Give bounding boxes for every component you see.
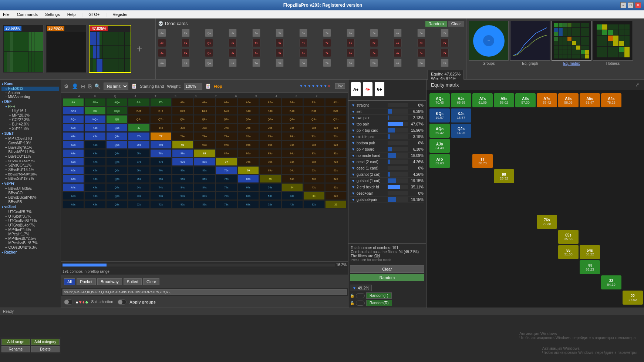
tree-item-bbvsutg3b[interactable]: − BBvsUTG3b/c <box>1 186 59 191</box>
hand-cell[interactable]: 53s <box>259 192 281 200</box>
card-Ks[interactable]: K♠ <box>182 29 190 37</box>
tree-item-fish2013[interactable]: ○ Fish2013 <box>1 87 59 91</box>
hand-cell[interactable]: A2s <box>63 200 84 208</box>
filter-arrow-7[interactable]: ▼ <box>324 84 327 88</box>
hand-cell[interactable]: A7o <box>216 98 237 106</box>
hand-cell[interactable]: Q6o <box>237 115 259 123</box>
matrix-cell[interactable]: 54s38.22 <box>580 245 600 259</box>
tree-item-3bet[interactable]: ● 3BET <box>1 131 59 136</box>
hand-cell[interactable]: A3o <box>303 98 325 106</box>
hand-cell[interactable]: JJ <box>128 124 149 132</box>
hand-cell[interactable]: T5s <box>150 175 172 183</box>
tree-item-mpcallvsbl[interactable]: − MPcallvsBL*8.7% <box>1 241 59 245</box>
tree-item-covsbu4b[interactable]: − COvsBU4B*6.3% <box>1 245 59 249</box>
hand-cell[interactable]: 98o <box>194 141 215 149</box>
hand-cell[interactable]: A7s <box>63 158 84 166</box>
hand-cell[interactable]: 74s <box>216 183 237 191</box>
suited-button[interactable]: Suited <box>124 278 142 285</box>
filter-row[interactable]: ▼two pair2.13% <box>350 115 424 121</box>
tree-item-pfr[interactable]: ● PFR <box>1 104 59 108</box>
tree-item-mmasherdog[interactable]: − MMAsherdog <box>1 95 59 99</box>
eq-graph-panel-btn[interactable]: Eq. graph <box>510 21 550 77</box>
tree-item-co273[interactable]: − CO*27.3% <box>1 117 59 122</box>
card-7s[interactable]: 7♠ <box>323 29 331 37</box>
hand-cell[interactable]: T6s <box>150 166 172 174</box>
hand-cell[interactable]: KK <box>84 107 106 115</box>
card-3h[interactable]: 3♥ <box>417 39 425 47</box>
filter-row[interactable]: ▼top pair47.67% <box>350 121 424 127</box>
tree-item-bbvsbucall[interactable]: − BBvsBUcall*40% <box>1 195 59 200</box>
filter-row[interactable]: ▼pp < board6.38% <box>350 146 424 152</box>
matrix-cell[interactable]: A5s63.47 <box>580 93 600 107</box>
tree-item-mpcall[interactable]: − MPcall*1.7% <box>1 232 59 236</box>
hand-cell[interactable]: 73s <box>216 192 237 200</box>
clear-filter-button[interactable]: Clear <box>143 278 159 285</box>
copy-icon[interactable]: ⎘ <box>88 83 91 89</box>
hand-cell[interactable]: 65o <box>259 166 281 174</box>
hand-cell[interactable]: K4s <box>84 183 106 191</box>
hand-cell[interactable]: Q7s <box>106 158 128 166</box>
matrix-cell[interactable]: A7s57.42 <box>537 93 557 107</box>
hand-cell[interactable]: Q2o <box>325 115 347 123</box>
hand-cell[interactable]: AJo <box>128 98 149 106</box>
hand-cell[interactable]: J5o <box>259 124 281 132</box>
matrix-cell[interactable]: ATo59.63 <box>429 154 450 168</box>
hand-cell[interactable]: K5s <box>84 175 106 183</box>
matrix-cell[interactable]: 2227.52 <box>623 291 643 305</box>
card-Js[interactable]: J♠ <box>229 29 237 37</box>
hand-cell[interactable]: K3s <box>84 192 106 200</box>
tree-item-mp4bet[interactable]: − MP4bet*4.6% <box>1 227 59 232</box>
random-t-toggle[interactable] <box>356 293 365 298</box>
hand-cell[interactable]: KQs <box>84 115 106 123</box>
matrix-cell[interactable]: 76s22.38 <box>537 215 557 229</box>
hand-cell[interactable]: A8s <box>63 149 84 157</box>
tree-item-buvsmp[interactable]: − BUvsMP*11.5% <box>1 150 59 154</box>
close-button[interactable]: ✕ <box>635 2 641 8</box>
hand-cell[interactable]: K9o <box>172 107 193 115</box>
card-7h[interactable]: 7♥ <box>323 39 331 47</box>
hand-cell[interactable]: A4s <box>63 183 84 191</box>
card-4c[interactable]: 4♣ <box>394 59 402 67</box>
card-7d[interactable]: 7♦ <box>323 49 331 57</box>
minimize-button[interactable]: − <box>620 2 626 8</box>
hand-cell[interactable]: 62s <box>237 200 259 208</box>
card-8c[interactable]: 8♣ <box>299 59 307 67</box>
hand-cell[interactable]: Q8s <box>106 149 128 157</box>
hand-cell[interactable]: J9s <box>128 141 149 149</box>
tree-item-mp4bvsbl[interactable]: − MP4bvsBL*2.5% <box>1 236 59 241</box>
matrix-cell[interactable]: KJs16.57 <box>451 108 471 123</box>
tree-item-vs3bet[interactable]: ● vs3bet <box>1 204 59 210</box>
hand-cell[interactable]: A5o <box>259 98 281 106</box>
hand-cell[interactable]: A4o <box>281 98 303 106</box>
matrix-cell[interactable]: A8s57.30 <box>515 93 536 107</box>
tree-item-kanu[interactable]: ● Kanu <box>1 81 59 87</box>
hand-cell[interactable]: A6o <box>237 98 259 106</box>
hand-cell[interactable]: KQo <box>106 107 128 115</box>
hand-cell[interactable]: ATs <box>63 132 84 140</box>
card-8h[interactable]: 8♥ <box>299 39 307 47</box>
hand-cell[interactable]: K2s <box>84 200 106 208</box>
filter-random-button[interactable]: Random <box>350 274 424 281</box>
card-Jh[interactable]: J♥ <box>229 39 237 47</box>
hand-cell[interactable]: A2o <box>325 98 347 106</box>
hand-cell[interactable]: K7s <box>84 158 106 166</box>
hand-cell[interactable]: 93o <box>303 141 325 149</box>
matrix-cell[interactable]: ATs61.09 <box>472 93 493 107</box>
filter-clear-button[interactable]: Clear <box>350 265 424 273</box>
hand-cell[interactable]: 74o <box>281 158 303 166</box>
add-range-button[interactable]: + <box>134 40 145 58</box>
range-text-input[interactable] <box>63 289 347 295</box>
card-7c[interactable]: 7♣ <box>323 59 331 67</box>
hand-cell[interactable]: Q3o <box>303 115 325 123</box>
hand-cell[interactable]: 63o <box>303 166 325 174</box>
board-card-3[interactable]: 6♣ <box>374 82 385 97</box>
hand-cell[interactable]: KJs <box>84 124 106 132</box>
matrix-cell[interactable]: 5531.53 <box>558 245 579 259</box>
card-9s[interactable]: 9♠ <box>276 29 284 37</box>
hand-cell[interactable]: 98s <box>172 149 193 157</box>
card-Td[interactable]: T♦ <box>252 49 260 57</box>
card-3d[interactable]: 3♦ <box>417 49 425 57</box>
hand-cell[interactable]: 64o <box>281 166 303 174</box>
filter-row[interactable]: ▼2 crd bckdr fd35.11% <box>350 184 424 190</box>
tree-item-utgcallvsbl[interactable]: − UTGcallvsBL*7% <box>1 218 59 223</box>
